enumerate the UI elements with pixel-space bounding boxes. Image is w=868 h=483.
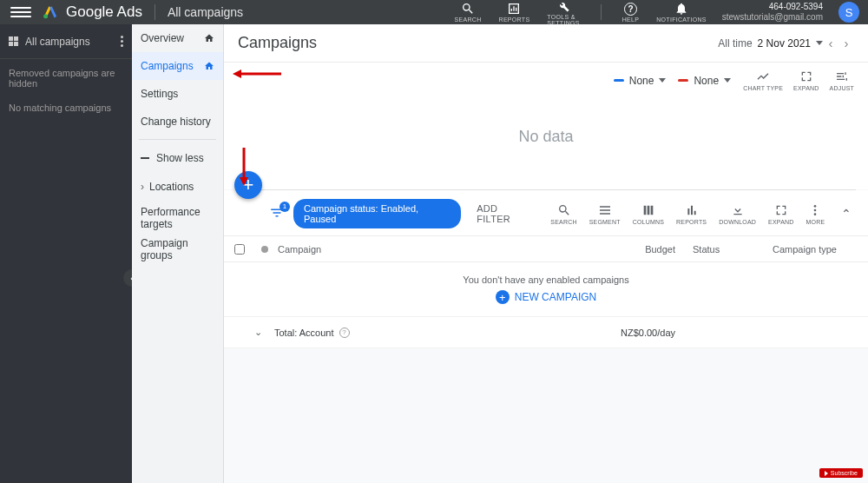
column-type[interactable]: Campaign type <box>773 244 868 255</box>
download-icon <box>731 203 745 217</box>
sliders-icon <box>835 69 849 83</box>
series-swatch-blue <box>614 79 624 82</box>
expand-icon <box>774 203 788 217</box>
header-context[interactable]: All campaigns <box>168 5 243 19</box>
filter-count-badge: 1 <box>279 202 290 212</box>
help-icon: ? <box>624 2 638 16</box>
nav-performance-targets[interactable]: Performance targets <box>132 201 223 235</box>
filter-button[interactable]: 1 <box>269 205 285 223</box>
page-nav: Overview Campaigns Settings Change histo… <box>132 24 224 483</box>
page-title: Campaigns <box>238 34 317 52</box>
segment-button[interactable]: SEGMENT <box>589 203 621 225</box>
svg-point-3 <box>814 213 817 215</box>
empty-state-message: You don't have any enabled campaigns <box>224 275 868 285</box>
scope-selector[interactable]: All campaigns <box>0 24 132 59</box>
subscribe-badge[interactable]: Subscribe <box>819 468 863 478</box>
home-icon <box>204 61 214 71</box>
annotation-arrow-vertical <box>238 148 250 186</box>
new-campaign-button[interactable]: + NEW CAMPAIGN <box>496 290 596 304</box>
download-button[interactable]: DOWNLOAD <box>719 203 756 225</box>
date-prev-button[interactable]: ‹ <box>823 36 838 51</box>
nav-change-history[interactable]: Change history <box>132 108 223 136</box>
total-label: Total: Account <box>274 328 334 338</box>
account-info[interactable]: 464-092-5394 stewstutorials@gmail.com <box>715 2 830 23</box>
wrench-icon <box>556 0 570 13</box>
segment-icon <box>598 203 612 217</box>
add-filter-button[interactable]: ADD FILTER <box>477 203 533 224</box>
reports-button[interactable]: REPORTS <box>490 2 539 23</box>
column-campaign[interactable]: Campaign <box>274 244 562 255</box>
page-header: Campaigns All time 2 Nov 2021 ‹ › <box>224 24 868 63</box>
svg-marker-5 <box>233 69 241 78</box>
more-button[interactable]: MORE <box>806 203 825 225</box>
dropdown-icon <box>724 78 731 83</box>
hamburger-menu-icon[interactable] <box>10 2 31 23</box>
nav-locations[interactable]: Locations <box>132 173 223 201</box>
column-budget[interactable]: Budget <box>562 244 693 255</box>
collapse-toolbar-button[interactable]: ⌃ <box>838 206 854 222</box>
home-icon <box>204 33 214 43</box>
help-button[interactable]: ? HELP <box>614 2 648 23</box>
notifications-button[interactable]: NOTIFICATIONS <box>648 2 714 23</box>
chart-line-icon <box>756 69 770 83</box>
avatar[interactable]: S <box>838 2 859 23</box>
scope-panel: All campaigns Removed campaigns are hidd… <box>0 24 132 483</box>
google-ads-logo-icon <box>42 3 59 23</box>
header-divider <box>155 4 155 20</box>
columns-icon <box>641 203 655 217</box>
scope-empty-message: No matching campaigns <box>0 94 132 118</box>
grid-icon <box>9 36 18 46</box>
svg-point-1 <box>814 205 817 208</box>
expand-chart-button[interactable]: EXPAND <box>793 69 819 91</box>
table-header-row: Campaign Budget Status Campaign type <box>224 236 868 262</box>
account-email: stewstutorials@gmail.com <box>722 12 823 23</box>
table-reports-button[interactable]: REPORTS <box>676 203 707 225</box>
annotation-arrow-horizontal <box>233 68 281 80</box>
chart-no-data: No data <box>224 93 868 189</box>
nav-campaign-groups[interactable]: Campaign groups <box>132 235 223 263</box>
main-content: Campaigns All time 2 Nov 2021 ‹ › None N… <box>224 24 868 483</box>
svg-point-0 <box>43 14 48 18</box>
date-next-button[interactable]: › <box>838 36 854 51</box>
bar-chart-icon <box>685 203 699 217</box>
info-icon[interactable]: ? <box>339 328 350 338</box>
reports-icon <box>507 2 521 16</box>
search-button[interactable]: SEARCH <box>446 2 490 23</box>
expand-icon <box>799 69 813 83</box>
expand-table-button[interactable]: EXPAND <box>768 203 793 225</box>
product-logo[interactable]: Google Ads <box>42 3 142 23</box>
chart-controls: None None CHART TYPE EXPAND ADJUST <box>224 63 868 93</box>
header-divider <box>601 4 602 20</box>
svg-point-2 <box>814 208 817 211</box>
filter-chip-status[interactable]: Campaign status: Enabled, Paused <box>293 199 461 228</box>
chart-type-button[interactable]: CHART TYPE <box>743 69 783 91</box>
more-vert-icon[interactable] <box>121 36 123 47</box>
series-swatch-red <box>678 79 688 82</box>
expand-total-button[interactable]: ⌄ <box>224 327 274 338</box>
table-toolbar: + 1 Campaign status: Enabled, Paused ADD… <box>224 190 868 236</box>
select-all-checkbox[interactable] <box>224 244 255 255</box>
product-name: Google Ads <box>66 3 142 21</box>
more-vert-icon <box>808 203 822 217</box>
chart-series-1[interactable]: None <box>614 75 667 87</box>
chart-series-2[interactable]: None <box>678 75 731 87</box>
total-budget-value: NZ$0.00/day <box>562 328 693 338</box>
nav-settings[interactable]: Settings <box>132 80 223 108</box>
nav-overview[interactable]: Overview <box>132 24 223 52</box>
nav-show-less[interactable]: Show less <box>132 143 223 173</box>
nav-campaigns[interactable]: Campaigns <box>132 52 223 80</box>
scope-message: Removed campaigns are hidden <box>0 59 132 94</box>
search-icon <box>461 2 475 16</box>
tools-settings-button[interactable]: TOOLS & SETTINGS <box>538 0 588 26</box>
total-row: ⌄ Total: Account ? NZ$0.00/day <box>224 317 868 348</box>
status-dot-header <box>255 246 274 253</box>
table-search-button[interactable]: SEARCH <box>550 203 576 225</box>
adjust-chart-button[interactable]: ADJUST <box>830 69 854 91</box>
date-range-picker[interactable]: All time 2 Nov 2021 <box>718 37 823 50</box>
columns-button[interactable]: COLUMNS <box>633 203 664 225</box>
header-actions: SEARCH REPORTS TOOLS & SETTINGS ? HELP N… <box>446 0 868 24</box>
dropdown-icon <box>659 78 666 83</box>
minus-icon <box>141 157 149 159</box>
bell-icon <box>674 2 688 16</box>
column-status[interactable]: Status <box>693 244 773 255</box>
